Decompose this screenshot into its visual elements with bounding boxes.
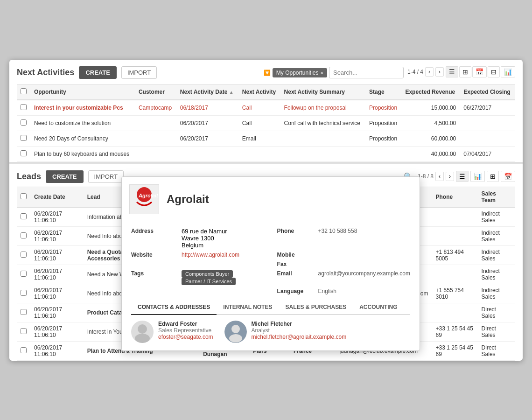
team-cell: Direct Sales (478, 303, 515, 322)
create-date-cell: 06/20/2017 11:06:10 (30, 207, 84, 227)
leads-grid-view[interactable]: ⊞ (487, 171, 499, 182)
prev-page-btn[interactable]: ‹ (425, 67, 434, 77)
row-checkbox[interactable] (21, 119, 27, 126)
summary-cell (280, 131, 365, 146)
next-activity-cell: Call (238, 100, 280, 116)
contact-avatar-1 (131, 321, 154, 343)
create-button-top[interactable]: CREATE (79, 66, 116, 79)
opportunity-link[interactable]: Plan to buy 60 keyboards and mouses (34, 151, 129, 157)
create-date-cell: 06/20/2017 11:06:10 (30, 226, 84, 245)
col-opportunity: Opportunity (30, 84, 135, 100)
select-all-checkbox[interactable] (21, 88, 27, 94)
create-date-cell: 06/20/2017 11:06:10 (30, 284, 84, 303)
phone-cell: +1 555 754 3010 (432, 284, 478, 303)
tag-components[interactable]: Components Buyer (182, 270, 233, 278)
col-sales-team: Sales Team (478, 187, 515, 207)
team-cell: Indirect Sales (478, 226, 515, 245)
col-customer: Customer (135, 84, 176, 100)
svg-point-3 (135, 334, 150, 343)
leads-next-btn[interactable]: › (446, 172, 454, 181)
team-cell: Indirect Sales (478, 245, 515, 265)
create-button-leads[interactable]: CREATE (46, 170, 83, 183)
svg-text:Agrolait: Agrolait (138, 193, 158, 198)
info-grid: Address 69 rue de Namur Wavre 1300 Belgi… (131, 228, 410, 294)
phone-cell (432, 303, 478, 322)
summary-cell (280, 146, 365, 161)
mobile-value (318, 252, 410, 258)
phone-label: Phone (277, 228, 315, 249)
next-date-cell: 06/18/2017 (176, 100, 238, 116)
lead-checkbox[interactable] (21, 252, 27, 258)
tab-accounting[interactable]: ACCOUNTING (353, 300, 404, 315)
page-info: 1-4 / 4 (407, 69, 423, 75)
leads-prev-btn[interactable]: ‹ (435, 172, 444, 181)
phone-cell: +33 1 25 54 45 69 (432, 322, 478, 341)
opportunity-link[interactable]: Need 20 Days of Consultancy (34, 135, 108, 142)
lead-checkbox[interactable] (21, 271, 27, 277)
phone-cell (432, 207, 478, 227)
list-view-btn[interactable]: ☰ (446, 66, 458, 77)
contact-name-2: Michel Fletcher (252, 321, 347, 327)
leads-calendar-view[interactable]: 📅 (501, 171, 515, 182)
lead-checkbox[interactable] (21, 328, 27, 334)
pivot-view-btn[interactable]: ⊟ (488, 66, 500, 77)
chart-view-btn[interactable]: 📊 (501, 66, 515, 77)
summary-cell: Followup on the proposal (280, 100, 365, 116)
row-checkbox[interactable] (21, 135, 27, 141)
filter-close-icon[interactable]: × (321, 70, 323, 76)
opportunity-link[interactable]: Interest in your customizable Pcs (34, 105, 123, 111)
revenue-cell: 60,000.00 (401, 131, 460, 146)
create-date-cell: 06/20/2017 11:06:10 (30, 322, 84, 341)
next-date-cell: 06/20/2017 (176, 131, 238, 146)
tag-partner[interactable]: Partner / IT Services (182, 278, 236, 285)
tab-internal-notes[interactable]: INTERNAL NOTES (217, 300, 279, 315)
team-cell: Direct Sales (478, 341, 515, 360)
tab-sales-purchases[interactable]: SALES & PURCHASES (279, 300, 353, 315)
next-activity-cell (238, 146, 280, 161)
calendar-view-btn[interactable]: 📅 (472, 66, 487, 77)
contact-email-2[interactable]: michel.fletcher@agrolait.example.com (252, 334, 347, 340)
filter-tag[interactable]: My Opportunities × (273, 68, 327, 77)
leads-list-view[interactable]: ☰ (456, 171, 469, 182)
company-name: Agrolait (167, 193, 209, 206)
tab-contacts[interactable]: CONTACTS & ADDRESSES (131, 300, 217, 315)
address-value: 69 rue de Namur Wavre 1300 Belgium (182, 228, 273, 249)
leads-select-all[interactable] (21, 193, 27, 199)
svg-point-6 (229, 334, 242, 343)
lead-checkbox[interactable] (21, 290, 27, 296)
lead-checkbox[interactable] (21, 232, 27, 238)
email-label: Email (277, 270, 315, 285)
table-row: Need 20 Days of Consultancy 06/20/2017 E… (17, 131, 515, 146)
contact-role-2: Analyst (252, 327, 347, 334)
import-button-leads[interactable]: IMPORT (88, 170, 124, 183)
website-label: Website (131, 252, 178, 258)
col-stage: Stage (365, 84, 401, 100)
contact-email-1[interactable]: efoster@seagate.com (158, 334, 213, 340)
fax-label: Fax (277, 261, 315, 267)
page-title: Next Activities (17, 68, 74, 77)
lead-checkbox[interactable] (21, 347, 27, 353)
row-checkbox[interactable] (21, 104, 27, 110)
lead-checkbox[interactable] (21, 213, 27, 219)
col-next-activity: Next Activity (238, 84, 280, 100)
contact-info-1: Edward Foster Sales Representative efost… (158, 321, 213, 340)
col-revenue: Expected Revenue (401, 84, 460, 100)
svg-point-5 (231, 325, 240, 333)
language-label: Language (277, 288, 315, 294)
phone-value: +32 10 588 558 (318, 228, 410, 249)
leads-chart-view[interactable]: 📊 (470, 171, 485, 182)
website-value[interactable]: http://www.agrolait.com (182, 252, 273, 258)
revenue-cell: 4,500.00 (401, 115, 460, 131)
create-date-cell: 06/20/2017 11:06:10 (30, 265, 84, 284)
popup-header: Agrolait Agrolait (122, 177, 420, 220)
grid-view-btn[interactable]: ⊞ (459, 66, 471, 77)
import-button-top[interactable]: IMPORT (121, 66, 157, 79)
search-input[interactable] (329, 67, 404, 78)
table-row: Plan to buy 60 keyboards and mouses 40,0… (17, 146, 515, 161)
row-checkbox[interactable] (21, 150, 27, 156)
lead-checkbox[interactable] (21, 309, 27, 315)
customer-cell (135, 115, 176, 131)
opportunity-link[interactable]: Need to customize the solution (34, 120, 111, 126)
next-page-btn[interactable]: › (435, 67, 444, 77)
tags-container: Components Buyer Partner / IT Services (182, 270, 273, 285)
